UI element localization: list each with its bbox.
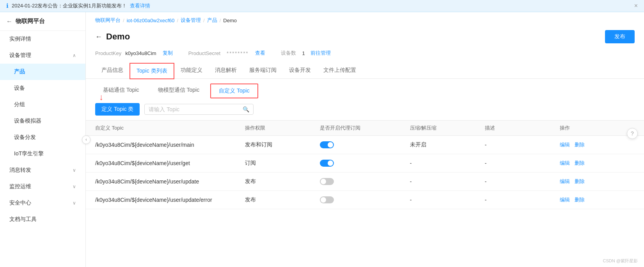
page-title-text: Demo [106, 32, 130, 42]
cell-desc-3: - [485, 178, 560, 185]
breadcrumb-item-4[interactable]: 产品 [207, 17, 217, 24]
sub-tab-model-topic[interactable]: 物模型通信 Topic [150, 84, 208, 98]
page-back-icon[interactable]: ← [95, 33, 102, 41]
cell-topic-4: /k0yo34u8Cim/${deviceName}/user/update/e… [95, 197, 245, 203]
proxy-toggle-3[interactable] [320, 178, 334, 185]
tab-msg-parse[interactable]: 消息解析 [209, 63, 243, 79]
sidebar-item-simulator[interactable]: 设备模拟器 [0, 113, 85, 129]
copy-link[interactable]: 复制 [163, 50, 173, 57]
breadcrumb-sep-1: / [123, 18, 124, 23]
search-input[interactable] [149, 106, 240, 112]
tab-product-info[interactable]: 产品信息 [95, 63, 130, 79]
delete-link-4[interactable]: 删除 [575, 196, 585, 203]
breadcrumb-item-3[interactable]: 设备管理 [181, 17, 201, 24]
sidebar-item-group[interactable]: 分组 [0, 96, 85, 113]
device-count-item: 设备数 1 前往管理 [281, 50, 331, 57]
sidebar-collapse-btn[interactable]: ‹ [82, 135, 90, 144]
cell-compress-1: 未开启 [410, 141, 485, 148]
col-desc: 描述 [485, 125, 560, 132]
edit-link-3[interactable]: 编辑 [560, 178, 570, 185]
proxy-toggle-4[interactable] [320, 196, 334, 203]
toolbar: ↓ 定义 Topic 类 🔍 [86, 98, 644, 120]
delete-link-1[interactable]: 删除 [575, 141, 585, 148]
sidebar-item-monitor-ops[interactable]: 监控运维 ∨ [0, 178, 85, 195]
cell-perm-2: 订阅 [245, 160, 320, 167]
table-row: /k0yo34u8Cim/${deviceName}/user/update/e… [86, 191, 644, 209]
product-key-label: ProductKey [95, 50, 121, 56]
announcement-link[interactable]: 查看详情 [130, 2, 150, 9]
delete-link-2[interactable]: 删除 [575, 160, 585, 167]
tab-bar: 产品信息 Topic 类列表 功能定义 消息解析 服务端订阅 设备开发 文件上传… [86, 63, 644, 79]
tab-device-dev[interactable]: 设备开发 [283, 63, 317, 79]
meta-info: ProductKey k0yo34u8Cim 复制 ProductSecret … [86, 50, 644, 63]
search-icon[interactable]: 🔍 [243, 106, 249, 112]
manage-link[interactable]: 前往管理 [310, 50, 331, 57]
edit-link-2[interactable]: 编辑 [560, 160, 570, 167]
sidebar-item-device[interactable]: 设备 [0, 80, 85, 96]
sidebar-item-instance-detail[interactable]: 实例详情 [0, 31, 85, 47]
sub-tab-custom-topic[interactable]: 自定义 Topic [210, 84, 258, 98]
back-arrow-icon: ← [6, 18, 12, 25]
cell-actions-2: 编辑 删除 [560, 160, 635, 167]
page-header: ← Demo 发布 [86, 27, 644, 50]
topic-table: 自定义 Topic 操作权限 是否开启代理订阅 压缩/解压缩 描述 操作 /k0… [86, 120, 644, 267]
breadcrumb-item-2[interactable]: iot-06z00a0w2xecf60 [127, 18, 175, 23]
breadcrumb: 物联网平台 / iot-06z00a0w2xecf60 / 设备管理 / 产品 … [86, 12, 644, 27]
sidebar-item-docs-tools[interactable]: 文档与工具 [0, 211, 85, 228]
sidebar-item-iot-student[interactable]: IoT孪生引擎 [0, 146, 85, 162]
cell-compress-4: - [410, 197, 485, 203]
publish-button[interactable]: 发布 [605, 30, 635, 43]
content-area: 物联网平台 / iot-06z00a0w2xecf60 / 设备管理 / 产品 … [86, 12, 644, 267]
cell-desc-2: - [485, 160, 560, 166]
define-topic-button[interactable]: 定义 Topic 类 [95, 103, 140, 116]
cell-perm-3: 发布 [245, 178, 320, 185]
breadcrumb-sep-4: / [220, 18, 221, 23]
tab-func-def[interactable]: 功能定义 [174, 63, 209, 79]
table-row: /k0yo34u8Cim/${deviceName}/user/update 发… [86, 173, 644, 191]
product-key-value: k0yo34u8Cim [125, 50, 156, 56]
sidebar-back[interactable]: ← 物联网平台 [0, 12, 85, 31]
cell-perm-1: 发布和订阅 [245, 141, 320, 148]
delete-link-3[interactable]: 删除 [575, 178, 585, 185]
product-secret-label: ProductSecret [188, 50, 220, 56]
col-topic: 自定义 Topic [95, 125, 245, 132]
sidebar-item-device-mgmt[interactable]: 设备管理 ∧ [0, 47, 85, 64]
proxy-toggle-2[interactable] [320, 160, 334, 167]
chevron-down-icon-2: ∨ [73, 184, 76, 189]
cell-topic-2: /k0yo34u8Cim/${deviceName}/user/get [95, 160, 245, 166]
chevron-down-icon: ∨ [73, 167, 76, 173]
breadcrumb-sep-2: / [177, 18, 178, 23]
view-link[interactable]: 查看 [255, 50, 265, 57]
announcement-text: 2024-01-22发布公告：企业版实例1月新功能发布！ [12, 2, 127, 9]
sub-tab-bar: 基础通信 Topic 物模型通信 Topic 自定义 Topic [86, 79, 644, 98]
tab-topic-list[interactable]: Topic 类列表 [130, 63, 174, 79]
tab-service-sub[interactable]: 服务端订阅 [243, 63, 283, 79]
chevron-up-icon: ∧ [73, 53, 76, 58]
sidebar-item-msg-forward[interactable]: 消息转发 ∨ [0, 162, 85, 178]
breadcrumb-item-1[interactable]: 物联网平台 [95, 17, 121, 24]
col-actions: 操作 [560, 125, 635, 132]
help-icon[interactable]: ? [627, 128, 638, 139]
chevron-down-icon-3: ∨ [73, 200, 76, 206]
announcement-bar: ℹ 2024-01-22发布公告：企业版实例1月新功能发布！ 查看详情 × [0, 0, 644, 12]
sidebar-item-distribution[interactable]: 设备分发 [0, 129, 85, 146]
sidebar-item-security[interactable]: 安全中心 ∨ [0, 195, 85, 211]
proxy-toggle-1[interactable] [320, 141, 334, 148]
cell-compress-3: - [410, 178, 485, 185]
cell-topic-1: /k0yo34u8Cim/${deviceName}/user/main [95, 142, 245, 148]
cell-proxy-2 [320, 160, 410, 167]
cell-actions-1: 编辑 删除 [560, 141, 635, 148]
announcement-close[interactable]: × [634, 2, 638, 9]
arrow-annotation: ↓ [99, 92, 103, 102]
tab-file-upload[interactable]: 文件上传配置 [317, 63, 362, 79]
table-row: /k0yo34u8Cim/${deviceName}/user/get 订阅 -… [86, 154, 644, 173]
sidebar-item-product[interactable]: 产品 [0, 64, 85, 80]
edit-link-1[interactable]: 编辑 [560, 141, 570, 148]
sidebar-title: 物联网平台 [16, 18, 45, 25]
cell-proxy-3 [320, 178, 410, 185]
cell-proxy-1 [320, 141, 410, 148]
edit-link-4[interactable]: 编辑 [560, 196, 570, 203]
cell-topic-3: /k0yo34u8Cim/${deviceName}/user/update [95, 178, 245, 185]
product-secret-value: ******** [227, 50, 248, 56]
col-compress: 压缩/解压缩 [410, 125, 485, 132]
